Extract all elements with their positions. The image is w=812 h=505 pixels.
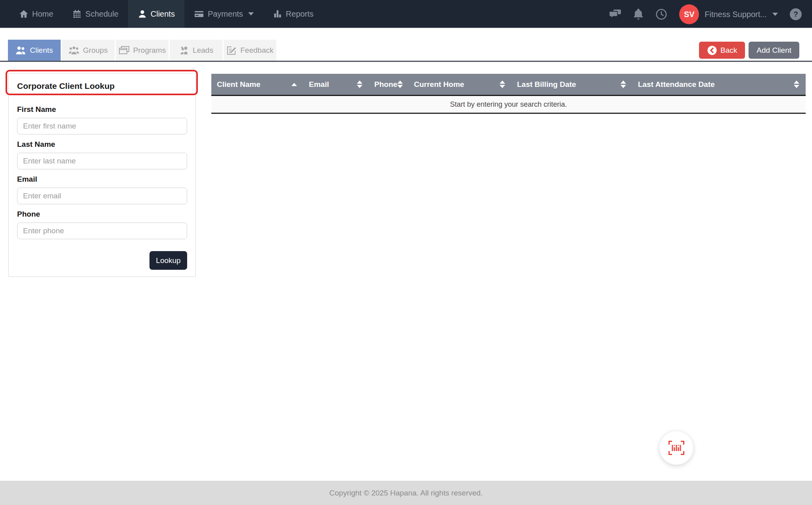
sort-asc-icon [291, 83, 297, 86]
tab-label: Clients [30, 46, 53, 55]
form-group-phone: Phone [17, 210, 187, 239]
back-button-label: Back [720, 46, 737, 55]
tab-label: Programs [133, 46, 166, 55]
account-menu[interactable]: Fitness Support... [705, 10, 778, 19]
panel-title: Corporate Client Lookup [17, 81, 187, 91]
nav-item-schedule[interactable]: Schedule [63, 0, 128, 28]
column-header-last-billing-date[interactable]: Last Billing Date [511, 74, 632, 95]
panel-body: First Name Last Name Email Phone Lookup [9, 98, 195, 270]
phone-label: Phone [17, 210, 187, 219]
tab-feedback[interactable]: Feedback [224, 40, 276, 61]
nav-item-clients[interactable]: Clients [128, 0, 184, 28]
primary-nav: Home Schedule Clients Payments [0, 0, 323, 28]
form-group-email: Email [17, 175, 187, 204]
app-root: Home Schedule Clients Payments [0, 0, 812, 505]
column-label: Client Name [217, 80, 260, 89]
programs-icon [119, 46, 130, 55]
nav-item-payments[interactable]: Payments [184, 0, 263, 28]
nav-item-label: Payments [208, 10, 243, 19]
column-header-current-home[interactable]: Current Home [408, 74, 511, 95]
chat-icon[interactable] [609, 9, 621, 19]
section-tabbar: Clients Groups Programs Leads [0, 40, 812, 62]
form-group-last-name: Last Name [17, 140, 187, 169]
feedback-icon [226, 46, 237, 55]
lookup-button[interactable]: Lookup [149, 251, 187, 270]
last-name-label: Last Name [17, 140, 187, 149]
copyright-text: Copyright © 2025 Hapana. All rights rese… [329, 489, 483, 497]
column-label: Last Billing Date [517, 80, 576, 89]
chevron-down-icon [248, 12, 254, 15]
groups-icon [69, 46, 79, 55]
tab-label: Leads [193, 46, 213, 55]
nav-item-reports[interactable]: Reports [263, 0, 323, 28]
last-name-input[interactable] [17, 153, 187, 169]
recent-history-clock-icon[interactable] [655, 8, 667, 20]
form-group-first-name: First Name [17, 105, 187, 134]
barcode-scan-fab[interactable] [659, 431, 693, 465]
nav-item-label: Clients [151, 10, 175, 19]
corporate-client-lookup-panel: Corporate Client Lookup First Name Last … [8, 73, 196, 277]
leads-icon [179, 46, 189, 55]
calendar-icon [72, 9, 82, 19]
tab-clients[interactable]: Clients [8, 40, 61, 61]
top-navbar: Home Schedule Clients Payments [0, 0, 812, 29]
first-name-input[interactable] [17, 118, 187, 134]
barcode-scan-icon [667, 440, 686, 456]
column-header-phone[interactable]: Phone [369, 74, 408, 95]
email-label: Email [17, 175, 187, 184]
nav-item-label: Schedule [85, 10, 118, 19]
column-header-last-attendance-date[interactable]: Last Attendance Date [632, 74, 806, 95]
tab-programs[interactable]: Programs [116, 40, 169, 61]
tab-leads[interactable]: Leads [170, 40, 222, 61]
empty-message: Start by entering your search criteria. [450, 100, 567, 109]
avatar[interactable]: SV [679, 4, 699, 24]
chevron-down-icon [772, 13, 778, 16]
sort-both-icon [500, 81, 505, 88]
add-client-button-label: Add Client [756, 46, 791, 55]
add-client-button[interactable]: Add Client [749, 42, 799, 59]
column-label: Last Attendance Date [638, 80, 715, 89]
email-field[interactable] [17, 188, 187, 204]
help-icon[interactable]: ? [790, 8, 802, 20]
panel-actions: Lookup [17, 251, 187, 270]
phone-field[interactable] [17, 223, 187, 239]
home-icon [19, 9, 29, 19]
sort-both-icon [397, 81, 403, 88]
tab-groups[interactable]: Groups [62, 40, 115, 61]
sort-both-icon [794, 81, 799, 88]
notifications-bell-icon[interactable] [633, 9, 643, 20]
sort-both-icon [620, 81, 626, 88]
page-footer: Copyright © 2025 Hapana. All rights rese… [0, 481, 812, 505]
sort-both-icon [357, 81, 362, 88]
column-label: Email [309, 80, 329, 89]
table-empty-message-row: Start by entering your search criteria. [211, 95, 806, 114]
navbar-utilities: SV Fitness Support... ? [609, 0, 802, 29]
table-header-row: Client Name Email Phone Current Home Las… [211, 74, 806, 95]
client-results-table: Client Name Email Phone Current Home Las… [211, 74, 806, 114]
nav-item-label: Home [32, 10, 53, 19]
bar-chart-icon [273, 9, 282, 19]
page-actions: Back Add Client [699, 42, 799, 59]
back-button[interactable]: Back [699, 42, 745, 59]
clients-people-icon [15, 46, 26, 55]
person-icon [138, 9, 147, 19]
nav-item-label: Reports [286, 10, 314, 19]
panel-header: Corporate Client Lookup [9, 73, 195, 98]
column-label: Phone [374, 80, 397, 89]
column-label: Current Home [414, 80, 464, 89]
column-header-client-name[interactable]: Client Name [211, 74, 303, 95]
column-header-email[interactable]: Email [303, 74, 369, 95]
nav-item-home[interactable]: Home [10, 0, 63, 28]
first-name-label: First Name [17, 105, 187, 114]
account-name: Fitness Support... [705, 10, 767, 19]
tab-label: Feedback [240, 46, 273, 55]
tab-label: Groups [83, 46, 107, 55]
chevron-left-circle-icon [707, 45, 717, 56]
section-tabs: Clients Groups Programs Leads [8, 40, 276, 61]
credit-card-icon [194, 9, 204, 19]
